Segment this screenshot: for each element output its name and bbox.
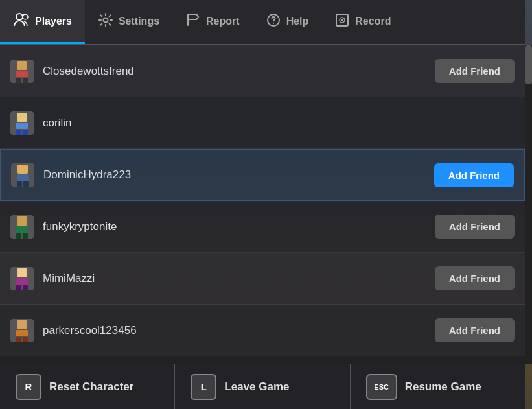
svg-point-1 <box>23 14 28 19</box>
tab-settings[interactable]: Settings <box>85 0 172 44</box>
resume-game-button[interactable]: ESC Resume Game <box>351 364 525 409</box>
resume-game-label: Resume Game <box>405 380 481 393</box>
player-row: parkerscool123456 Add Friend <box>0 305 525 356</box>
player-row: MimiMazzi Add Friend <box>0 253 525 305</box>
player-row: Closedewottsfrend Add Friend <box>0 45 525 97</box>
tab-help-label: Help <box>286 16 309 27</box>
svg-point-2 <box>103 18 108 22</box>
tab-players[interactable]: Players <box>0 0 85 44</box>
player-name: DominicHydra223 <box>43 169 434 181</box>
leave-key-badge: L <box>191 374 216 400</box>
player-row: corilin <box>0 97 525 149</box>
add-friend-button[interactable]: Add Friend <box>435 318 515 342</box>
scrollbar-track[interactable] <box>525 45 532 364</box>
tab-report[interactable]: Report <box>172 0 253 44</box>
reset-character-button[interactable]: R Reset Character <box>0 364 175 409</box>
scrollbar-thumb[interactable] <box>525 45 532 84</box>
player-name: Closedewottsfrend <box>43 65 435 78</box>
help-icon <box>266 12 281 30</box>
player-name: MimiMazzi <box>43 272 435 285</box>
player-name: funkykryptonite <box>43 220 435 233</box>
avatar <box>10 111 34 135</box>
player-name: parkerscool123456 <box>43 324 435 337</box>
tab-record-label: Record <box>355 16 391 27</box>
main-panel: Players Settings Report <box>0 0 525 409</box>
tab-players-label: Players <box>35 16 72 27</box>
player-row: DominicHydra223 Add Friend <box>0 149 525 201</box>
tab-report-label: Report <box>206 16 240 27</box>
player-row: funkykryptonite Add Friend <box>0 201 525 253</box>
resume-key-badge: ESC <box>366 374 397 400</box>
avatar <box>11 163 34 187</box>
avatar <box>10 215 34 239</box>
avatar <box>10 60 34 83</box>
players-icon <box>13 12 30 31</box>
tab-record[interactable]: Record <box>321 0 404 44</box>
report-icon <box>185 12 201 30</box>
player-list: Closedewottsfrend Add Friend corilin <box>0 45 525 364</box>
settings-icon <box>98 12 113 30</box>
record-icon <box>334 12 350 30</box>
avatar <box>10 319 34 342</box>
action-bar: R Reset Character L Leave Game ESC Resum… <box>0 364 525 409</box>
leave-game-button[interactable]: L Leave Game <box>175 364 350 409</box>
reset-character-label: Reset Character <box>49 380 133 393</box>
add-friend-button[interactable]: Add Friend <box>435 59 515 83</box>
tab-settings-label: Settings <box>119 16 159 27</box>
add-friend-button[interactable]: Add Friend <box>434 163 514 187</box>
leave-game-label: Leave Game <box>224 380 289 393</box>
player-name: corilin <box>43 117 515 130</box>
tab-help[interactable]: Help <box>253 0 322 44</box>
nav-tabs: Players Settings Report <box>0 0 525 45</box>
svg-point-7 <box>341 19 343 21</box>
avatar <box>10 267 34 290</box>
svg-point-0 <box>16 14 23 20</box>
add-friend-button[interactable]: Add Friend <box>435 215 515 239</box>
reset-key-badge: R <box>16 374 41 400</box>
add-friend-button[interactable]: Add Friend <box>435 266 515 290</box>
svg-point-4 <box>273 23 274 24</box>
